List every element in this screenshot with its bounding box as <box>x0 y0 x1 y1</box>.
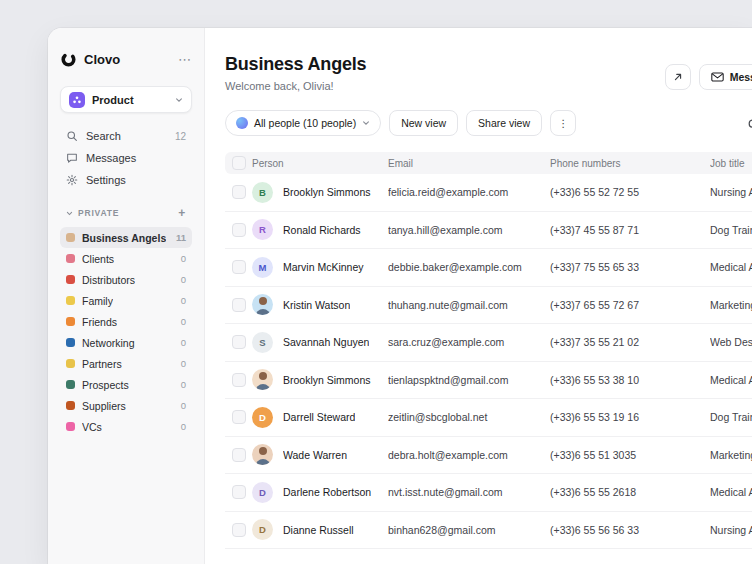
email-cell: zeitlin@sbcglobal.net <box>388 411 550 423</box>
chevron-down-icon <box>175 96 183 104</box>
email-cell: binhan628@gmail.com <box>388 524 550 536</box>
sidebar-item-count: 0 <box>181 421 186 432</box>
row-checkbox[interactable] <box>232 260 246 274</box>
row-checkbox[interactable] <box>232 223 246 237</box>
sidebar-item-label: Search <box>86 130 121 142</box>
email-cell: debbie.baker@example.com <box>388 261 550 273</box>
pushpin-icon <box>66 275 75 284</box>
sidebar-item-label: Partners <box>82 358 122 370</box>
table-row[interactable]: RRonald Richardstanya.hill@example.com(+… <box>225 212 752 250</box>
job-cell: Dog Traine <box>710 411 752 423</box>
table-row[interactable]: SSavannah Nguyensara.cruz@example.com(+3… <box>225 324 752 362</box>
email-cell: thuhang.nute@gmail.com <box>388 299 550 311</box>
envelope-icon <box>711 72 724 82</box>
row-checkbox[interactable] <box>232 335 246 349</box>
sidebar-item-label: Suppliers <box>82 400 126 412</box>
table-row[interactable]: Brooklyn Simmonstienlapspktnd@gmail.com(… <box>225 362 752 400</box>
person-name: Wade Warren <box>283 449 347 461</box>
sidebar-item-family[interactable]: Family0 <box>60 290 192 311</box>
product-switcher[interactable]: Product <box>60 86 192 113</box>
messages-icon <box>66 152 78 164</box>
sidebar-item-count: 0 <box>181 274 186 285</box>
table-row[interactable]: Kristin Watsonthuhang.nute@gmail.com(+33… <box>225 287 752 325</box>
share-view-button[interactable]: Share view <box>466 110 542 136</box>
row-checkbox[interactable] <box>232 298 246 312</box>
sidebar-item-count: 0 <box>181 358 186 369</box>
table-row[interactable]: DDarlene Robertsonnvt.isst.nute@gmail.co… <box>225 474 752 512</box>
row-checkbox[interactable] <box>232 523 246 537</box>
column-email: Email <box>388 158 550 169</box>
table-row[interactable]: MMarvin McKinneydebbie.baker@example.com… <box>225 249 752 287</box>
phone-cell: (+33)7 45 55 87 71 <box>550 224 710 236</box>
sidebar-item-label: Business Angels <box>82 232 166 244</box>
lips-icon <box>66 422 75 431</box>
row-checkbox[interactable] <box>232 410 246 424</box>
sidebar-item-count: 0 <box>181 337 186 348</box>
table-row[interactable]: DDarrell Stewardzeitlin@sbcglobal.net(+3… <box>225 399 752 437</box>
people-filter-icon <box>236 117 248 129</box>
avatar: D <box>252 407 273 428</box>
message-button[interactable]: Message <box>699 64 752 90</box>
avatar <box>252 294 273 315</box>
open-link-button[interactable] <box>665 64 691 90</box>
sidebar-item-clients[interactable]: Clients0 <box>60 248 192 269</box>
table-row[interactable]: Wade Warrendebra.holt@example.com(+33)6 … <box>225 437 752 475</box>
private-section-label: PRIVATE <box>78 208 119 218</box>
email-cell: tanya.hill@example.com <box>388 224 550 236</box>
person-name: Marvin McKinney <box>283 261 364 273</box>
arrow-up-right-icon <box>672 71 684 83</box>
add-list-button[interactable]: + <box>178 206 186 220</box>
sidebar-item-label: Messages <box>86 152 136 164</box>
sidebar-item-prospects[interactable]: Prospects0 <box>60 374 192 395</box>
job-cell: Marketing <box>710 449 752 461</box>
person-name: Darlene Robertson <box>283 486 371 498</box>
table-row[interactable]: DDianne Russellbinhan628@gmail.com(+33)6… <box>225 512 752 550</box>
phone-cell: (+33)7 35 55 21 02 <box>550 336 710 348</box>
sidebar-item-vcs[interactable]: VCs0 <box>60 416 192 437</box>
sidebar-item-suppliers[interactable]: Suppliers0 <box>60 395 192 416</box>
select-all-checkbox[interactable] <box>232 156 246 170</box>
people-filter-dropdown[interactable]: All people (10 people) <box>225 110 381 136</box>
sidebar-item-partners[interactable]: Partners0 <box>60 353 192 374</box>
header-actions: Message <box>665 64 752 90</box>
search-icon <box>66 130 78 142</box>
phone-cell: (+33)6 55 55 2618 <box>550 486 710 498</box>
row-checkbox[interactable] <box>232 485 246 499</box>
table-search-icon[interactable] <box>747 117 752 135</box>
phone-cell: (+33)7 65 55 72 67 <box>550 299 710 311</box>
sidebar-item-distributors[interactable]: Distributors0 <box>60 269 192 290</box>
sidebar-item-messages[interactable]: Messages <box>60 147 192 169</box>
sidebar-item-business-angels[interactable]: Business Angels11 <box>60 227 192 248</box>
chevron-down-icon <box>362 119 370 127</box>
main-content: Business Angels Welcome back, Olivia! Me… <box>205 28 752 564</box>
row-checkbox[interactable] <box>232 448 246 462</box>
job-cell: Dog Traine <box>710 224 752 236</box>
row-checkbox[interactable] <box>232 185 246 199</box>
sidebar-item-label: Prospects <box>82 379 129 391</box>
row-checkbox[interactable] <box>232 373 246 387</box>
sidebar-item-label: VCs <box>82 421 102 433</box>
avatar: D <box>252 519 273 540</box>
sidebar-item-networking[interactable]: Networking0 <box>60 332 192 353</box>
sidebar-item-count: 0 <box>181 379 186 390</box>
sidebar-item-label: Settings <box>86 174 126 186</box>
app-window: Clovo ⋯ Product Search 12 Messages <box>48 28 752 564</box>
sidebar-menu-button[interactable]: ⋯ <box>178 52 192 67</box>
family-icon <box>66 296 75 305</box>
more-options-button[interactable]: ⋮ <box>550 110 576 136</box>
sidebar-item-settings[interactable]: Settings <box>60 169 192 191</box>
email-cell: nvt.isst.nute@gmail.com <box>388 486 550 498</box>
private-section-header[interactable]: PRIVATE + <box>66 206 186 220</box>
new-view-button[interactable]: New view <box>389 110 458 136</box>
table-body: BBrooklyn Simmonsfelicia.reid@example.co… <box>225 174 752 549</box>
table-header: Person Email Phone numbers Job title <box>225 152 752 174</box>
person-name: Darrell Steward <box>283 411 355 423</box>
sidebar-item-search[interactable]: Search 12 <box>60 125 192 147</box>
person-name: Kristin Watson <box>283 299 350 311</box>
job-cell: Medical As <box>710 486 752 498</box>
phone-cell: (+33)7 75 55 65 33 <box>550 261 710 273</box>
sidebar-item-friends[interactable]: Friends0 <box>60 311 192 332</box>
job-cell: Medical As <box>710 374 752 386</box>
table-row[interactable]: BBrooklyn Simmonsfelicia.reid@example.co… <box>225 174 752 212</box>
sidebar-item-count: 11 <box>176 232 186 243</box>
